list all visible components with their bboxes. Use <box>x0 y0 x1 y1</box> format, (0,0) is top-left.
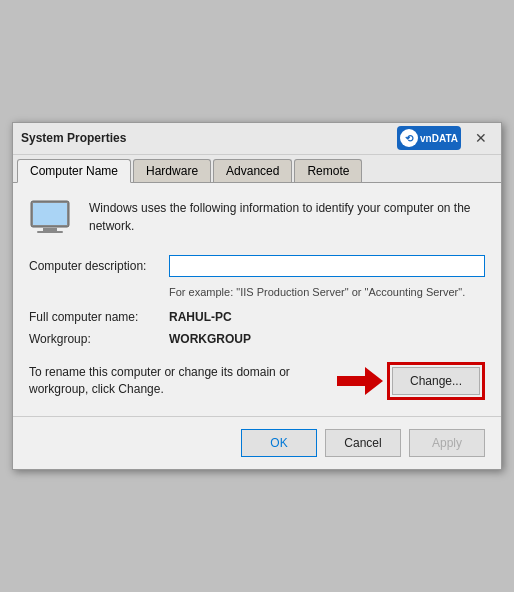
logo-icon: ⟲ <box>400 129 418 147</box>
svg-rect-1 <box>33 203 67 225</box>
change-button-highlight: Change... <box>387 362 485 400</box>
svg-rect-3 <box>37 231 63 233</box>
description-input[interactable] <box>169 255 485 277</box>
close-button[interactable]: ✕ <box>469 126 493 150</box>
info-section: Windows uses the following information t… <box>29 199 485 239</box>
svg-rect-2 <box>43 228 57 231</box>
cancel-button[interactable]: Cancel <box>325 429 401 457</box>
logo-text: vnDATA <box>420 133 458 144</box>
tab-advanced[interactable]: Advanced <box>213 159 292 182</box>
system-properties-window: System Properties ⟲ vnDATA ✕ Computer Na… <box>12 122 502 470</box>
tab-hardware[interactable]: Hardware <box>133 159 211 182</box>
hint-text: For example: "IIS Production Server" or … <box>169 285 485 300</box>
ok-button[interactable]: OK <box>241 429 317 457</box>
apply-button[interactable]: Apply <box>409 429 485 457</box>
workgroup-label: Workgroup: <box>29 332 169 346</box>
tab-bar: Computer Name Hardware Advanced Remote <box>13 155 501 183</box>
info-text: Windows uses the following information t… <box>89 199 485 235</box>
title-bar: System Properties ⟲ vnDATA ✕ <box>13 123 501 155</box>
full-name-label: Full computer name: <box>29 310 169 324</box>
tab-computer-name[interactable]: Computer Name <box>17 159 131 183</box>
window-title: System Properties <box>21 131 126 145</box>
change-area: Change... <box>337 362 485 400</box>
arrow-indicator <box>337 367 383 395</box>
arrow-head <box>365 367 383 395</box>
workgroup-value: WORKGROUP <box>169 332 251 346</box>
change-button[interactable]: Change... <box>392 367 480 395</box>
description-label: Computer description: <box>29 259 169 273</box>
computer-icon <box>29 199 77 239</box>
arrow-shaft <box>337 376 365 386</box>
workgroup-row: Workgroup: WORKGROUP <box>29 332 485 346</box>
description-row: Computer description: <box>29 255 485 277</box>
full-name-value: RAHUL-PC <box>169 310 232 324</box>
title-bar-left: System Properties <box>21 131 126 145</box>
rename-description: To rename this computer or change its do… <box>29 364 331 398</box>
full-name-row: Full computer name: RAHUL-PC <box>29 310 485 324</box>
footer: OK Cancel Apply <box>13 416 501 469</box>
vndata-logo: ⟲ vnDATA <box>397 126 461 150</box>
tab-content: Windows uses the following information t… <box>13 183 501 416</box>
tab-remote[interactable]: Remote <box>294 159 362 182</box>
